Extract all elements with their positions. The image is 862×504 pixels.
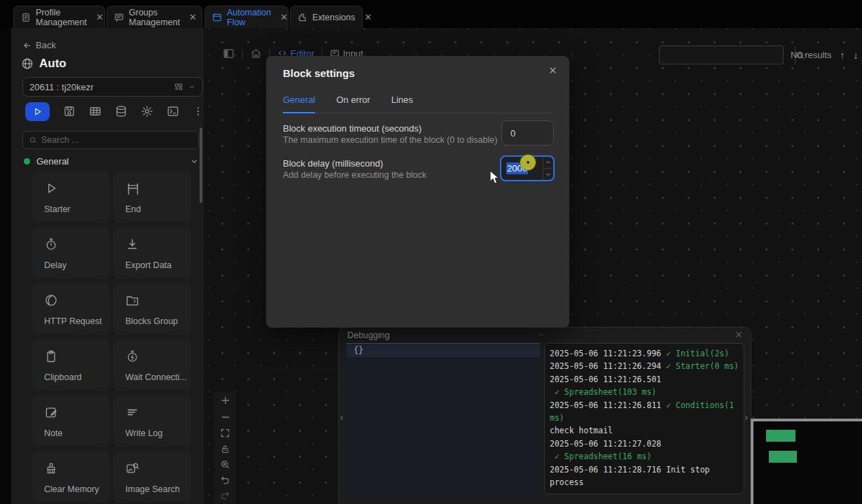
tab-close-icon[interactable]: ✕: [360, 13, 372, 22]
divider: |: [241, 48, 244, 59]
find-box: [659, 46, 784, 64]
wait-icon: [125, 349, 191, 363]
section-label: General: [36, 156, 183, 167]
chevron-down-icon: [188, 83, 196, 91]
profile-select[interactable]: 20611 : tj20kezr: [22, 77, 203, 97]
spinner-up-icon[interactable]: [543, 157, 553, 169]
timeout-label: Block execution timeout (seconds): [283, 123, 422, 134]
debug-panel: Debugging {} 2025-05-06 11:21:23.996 ✓ I…: [338, 327, 751, 504]
lock-icon[interactable]: [220, 444, 230, 454]
minus-icon[interactable]: [220, 412, 231, 423]
delay-icon: [44, 237, 110, 251]
minimap-flow-block: [766, 430, 795, 442]
close-icon[interactable]: [548, 65, 558, 76]
block-card-end[interactable]: End: [113, 172, 191, 223]
tab-label: Groups Management: [129, 8, 180, 27]
export-icon: [125, 237, 191, 251]
block-card-export-data[interactable]: Export Data: [113, 227, 191, 279]
back-label: Back: [36, 40, 56, 50]
timeout-input[interactable]: 0: [501, 120, 554, 146]
zoom-reset-icon[interactable]: [220, 459, 230, 470]
log-line: check hotmail: [550, 424, 741, 437]
chevron-up-icon[interactable]: [537, 330, 545, 339]
tab-close-icon[interactable]: ✕: [276, 13, 288, 22]
end-icon: [125, 181, 191, 197]
section-header-general[interactable]: General: [24, 156, 199, 167]
panel-toggle-icon[interactable]: [223, 48, 235, 59]
block-card-note[interactable]: Note: [32, 396, 110, 447]
back-arrow-icon: [22, 41, 32, 50]
back-button[interactable]: Back: [22, 40, 56, 50]
table-icon[interactable]: [89, 105, 102, 118]
block-search[interactable]: [22, 131, 199, 149]
tab-automation-flow[interactable]: Automation Flow✕: [204, 6, 289, 28]
spinner-down-icon[interactable]: [543, 169, 553, 180]
save-icon[interactable]: [63, 105, 76, 118]
chevron-left-icon[interactable]: [338, 413, 346, 423]
block-label: HTTP Request: [44, 316, 102, 326]
block-card-clear-memory[interactable]: Clear Memory: [32, 451, 110, 503]
window-tab-icon: [212, 13, 222, 22]
cursor-pointer: [489, 170, 502, 185]
block-label: Clear Memory: [44, 484, 99, 494]
left-edge-strip: [0, 28, 11, 504]
minimap-flow-block: [769, 451, 797, 463]
play-icon: [33, 107, 42, 116]
gear-icon[interactable]: [141, 105, 153, 118]
modal-tabs: GeneralOn errorLines: [283, 90, 552, 113]
tab-close-icon[interactable]: ✕: [92, 13, 104, 22]
block-search-input[interactable]: [41, 135, 193, 145]
terminal-icon[interactable]: [167, 105, 179, 118]
home-icon[interactable]: [250, 48, 262, 59]
status-dot: [24, 158, 30, 164]
globe-icon: [21, 57, 34, 70]
workflow-title: Auto: [39, 57, 67, 71]
find-input[interactable]: [660, 46, 795, 64]
log-line: 2025-05-06 11:21:28.716 Init stop proces…: [550, 463, 741, 489]
block-settings-modal: Block settings GeneralOn errorLines Bloc…: [266, 56, 569, 328]
tab-close-icon[interactable]: ✕: [185, 13, 197, 22]
find-next-arrow[interactable]: ↓: [854, 50, 858, 61]
tab-profile-management[interactable]: Profile Management✕: [13, 6, 105, 28]
block-card-image-search[interactable]: Image Search: [113, 451, 191, 503]
kebab-icon[interactable]: [193, 106, 204, 117]
block-label: End: [125, 204, 141, 214]
delay-help: Add delay before executing the block: [283, 170, 426, 180]
redo-icon[interactable]: [220, 491, 230, 501]
block-label: Export Data: [125, 260, 172, 270]
database-icon[interactable]: [115, 105, 127, 118]
log-line: ✓ Spreadsheet(103 ms): [550, 386, 741, 398]
loglines-icon: [125, 405, 191, 419]
debug-log-pane[interactable]: 2025-05-06 11:21:23.996 ✓ Initial(2s)202…: [544, 343, 744, 494]
minimap[interactable]: [751, 419, 862, 504]
plus-icon[interactable]: [220, 395, 231, 406]
find-status: No results: [791, 50, 832, 60]
profile-tab-icon: [21, 13, 31, 22]
tab-extensions[interactable]: Extensions✕: [290, 6, 363, 28]
close-icon[interactable]: [734, 330, 744, 340]
run-workflow-button[interactable]: [25, 102, 50, 121]
fit-icon[interactable]: [220, 428, 230, 438]
timeout-help: The maximum execution time of the block …: [283, 135, 497, 145]
block-card-blocks-group[interactable]: Blocks Group: [113, 284, 191, 335]
block-card-wait-connecti[interactable]: Wait Connecti...: [113, 340, 191, 391]
block-card-starter[interactable]: Starter: [32, 172, 110, 223]
sidebar-scrollbar[interactable]: [200, 127, 202, 203]
block-label: Clipboard: [44, 372, 82, 382]
json-preview[interactable]: {}: [347, 344, 540, 357]
debug-json-pane[interactable]: {}: [347, 343, 540, 499]
modal-tab-on-error[interactable]: On error: [336, 90, 370, 113]
find-prev-arrow[interactable]: ↑: [840, 50, 845, 61]
block-card-http-request[interactable]: HTTP Request: [32, 284, 110, 335]
tab-groups-management[interactable]: Groups Management✕: [106, 6, 202, 28]
block-card-clipboard[interactable]: Clipboard: [32, 340, 110, 391]
undo-icon[interactable]: [220, 475, 230, 486]
modal-tab-general[interactable]: General: [283, 90, 315, 113]
block-card-write-log[interactable]: Write Log: [113, 396, 191, 447]
debug-panel-title: Debugging: [347, 330, 389, 340]
block-card-delay[interactable]: Delay: [32, 227, 110, 279]
log-line: 2025-05-06 11:21:26.294 ✓ Starter(0 ms): [550, 360, 741, 372]
modal-tab-lines[interactable]: Lines: [391, 90, 413, 113]
click-indicator: [520, 155, 536, 170]
brush-icon: [44, 461, 110, 475]
